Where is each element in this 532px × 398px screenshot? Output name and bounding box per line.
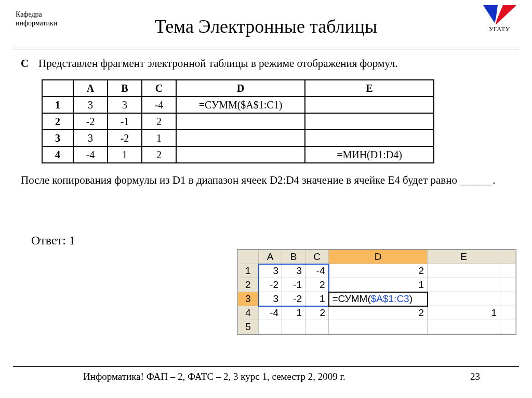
table-row: A B C D E — [42, 80, 434, 97]
excel-row: 5 — [238, 320, 516, 334]
formula-ref: $A$1:C3 — [371, 293, 409, 304]
excel-corner — [238, 250, 259, 264]
table-row: 4 -4 1 2 =МИН(D1:D4) — [42, 146, 434, 163]
problem-letter: C — [21, 57, 38, 70]
excel-col-header: C — [305, 250, 329, 264]
table-header — [42, 80, 73, 97]
excel-col-header: D — [329, 250, 428, 264]
excel-col-header — [500, 250, 516, 264]
table-row: 3 3 -2 1 — [42, 130, 434, 146]
excel-col-header: E — [428, 250, 500, 264]
table-header: A — [73, 80, 108, 97]
answer: Ответ: 1 — [31, 234, 511, 248]
excel-col-header: B — [282, 250, 305, 264]
formula-prefix: =СУММ( — [332, 293, 371, 304]
excel-row: 1 3 3 -4 2 — [238, 264, 516, 278]
table-row: 2 -2 -1 2 — [42, 113, 434, 130]
problem-intro-row: C Представлен фрагмент электронной табли… — [21, 57, 511, 70]
content: C Представлен фрагмент электронной табли… — [0, 49, 532, 248]
excel-col-header: A — [259, 250, 282, 264]
footer-text: Информатика! ФАП – 2, ФАТС – 2, 3 курс 1… — [83, 371, 345, 382]
excel-screenshot: A B C D E 1 3 3 -4 2 2 -2 -1 2 1 3 3 -2 … — [237, 249, 516, 335]
table-header: E — [305, 80, 434, 97]
answer-value: 1 — [69, 234, 75, 247]
org-block: УГАТУ — [482, 4, 516, 33]
dept-line2: информатики — [16, 19, 57, 27]
footer-divider — [13, 366, 519, 367]
org-name: УГАТУ — [482, 25, 516, 33]
table-row: 1 3 3 -4 =СУММ($A$1:C1) — [42, 97, 434, 113]
answer-label: Ответ: — [31, 234, 66, 247]
slide-footer: Информатика! ФАП – 2, ФАТС – 2, 3 курс 1… — [0, 366, 532, 382]
slide-header: Кафедра информатики Тема Электронные таб… — [0, 0, 532, 43]
formula-suffix: ) — [409, 293, 413, 304]
slide-title: Тема Электронные таблицы — [16, 16, 516, 37]
table-header: B — [108, 80, 142, 97]
excel-row: 4 -4 1 2 2 1 — [238, 306, 516, 320]
table-header: D — [176, 80, 305, 97]
page-number: 23 — [470, 371, 480, 382]
department-label: Кафедра информатики — [16, 10, 57, 28]
problem-intro: Представлен фрагмент электронной таблицы… — [38, 57, 511, 70]
after-text: После копирования формулы из D1 в диапаз… — [21, 174, 511, 187]
table-header: C — [142, 80, 176, 97]
dept-line1: Кафедра — [16, 10, 42, 18]
excel-row: 3 3 -2 1 =СУММ($A$1:C3) — [238, 292, 516, 306]
excel-active-cell: =СУММ($A$1:C3) — [329, 292, 428, 306]
excel-row: 2 -2 -1 2 1 — [238, 278, 516, 292]
org-logo-icon — [482, 4, 516, 25]
problem-table: A B C D E 1 3 3 -4 =СУММ($A$1:C1) 2 -2 -… — [42, 79, 434, 163]
